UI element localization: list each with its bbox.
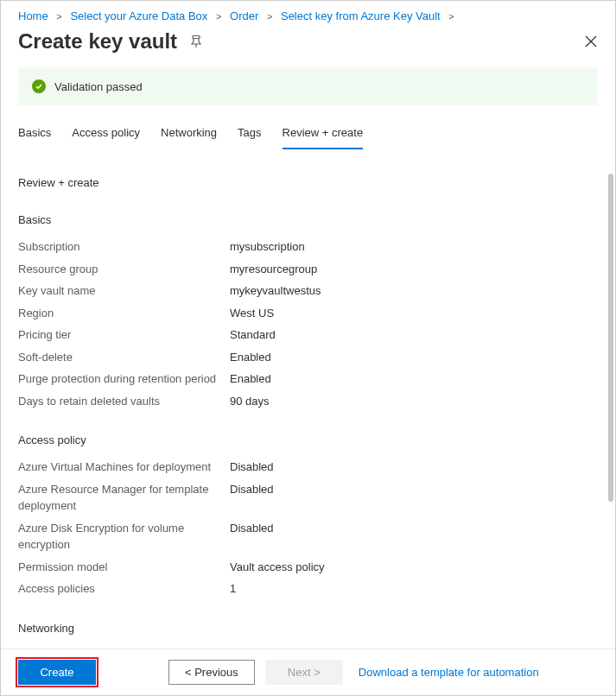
tab-access-policy[interactable]: Access policy xyxy=(72,121,140,149)
value-arm-template: Disabled xyxy=(230,481,274,515)
breadcrumb: Home > Select your Azure Data Box > Orde… xyxy=(1,1,615,26)
chevron-right-icon: > xyxy=(448,11,454,22)
breadcrumb-home[interactable]: Home xyxy=(18,9,48,22)
value-purge-protection: Enabled xyxy=(230,370,271,388)
chevron-right-icon: > xyxy=(267,11,272,22)
value-access-policies: 1 xyxy=(230,580,236,598)
chevron-right-icon: > xyxy=(216,11,221,22)
label-resource-group: Resource group xyxy=(18,261,230,278)
close-icon[interactable] xyxy=(584,35,598,48)
label-arm-template: Azure Resource Manager for template depl… xyxy=(18,481,230,515)
value-subscription: mysubscription xyxy=(230,238,305,256)
chevron-right-icon: > xyxy=(56,11,61,22)
label-key-vault-name: Key vault name xyxy=(18,282,230,300)
value-resource-group: myresourcegroup xyxy=(230,261,317,278)
label-access-policies: Access policies xyxy=(18,580,230,598)
breadcrumb-databox[interactable]: Select your Azure Data Box xyxy=(70,9,207,22)
value-region: West US xyxy=(230,305,274,322)
breadcrumb-select-key[interactable]: Select key from Azure Key Vault xyxy=(281,9,441,22)
tab-tags[interactable]: Tags xyxy=(238,121,261,149)
value-retain-days: 90 days xyxy=(230,393,270,410)
section-basics-title: Basics xyxy=(18,213,598,226)
download-template-link[interactable]: Download a template for automation xyxy=(359,666,539,679)
check-circle-icon xyxy=(32,79,46,93)
label-subscription: Subscription xyxy=(18,238,230,256)
validation-banner: Validation passed xyxy=(18,67,598,105)
label-disk-encryption: Azure Disk Encryption for volume encrypt… xyxy=(18,520,230,554)
label-purge-protection: Purge protection during retention period xyxy=(18,370,230,388)
value-disk-encryption: Disabled xyxy=(230,520,274,554)
label-region: Region xyxy=(18,305,230,322)
tab-networking[interactable]: Networking xyxy=(161,121,217,149)
svg-rect-0 xyxy=(193,36,200,39)
next-button: Next > xyxy=(265,660,343,685)
section-access-policy-title: Access policy xyxy=(18,433,598,446)
page-header: Create key vault xyxy=(1,26,615,67)
tab-basics[interactable]: Basics xyxy=(18,121,51,149)
value-pricing-tier: Standard xyxy=(230,326,276,344)
content-area: Review + create Basics Subscriptionmysub… xyxy=(1,176,615,663)
label-soft-delete: Soft-delete xyxy=(18,349,230,366)
label-retain-days: Days to retain deleted vaults xyxy=(18,393,230,410)
value-key-vault-name: mykeyvaultwestus xyxy=(230,282,321,300)
create-button[interactable]: Create xyxy=(18,660,96,685)
content-heading: Review + create xyxy=(18,176,598,189)
section-networking-title: Networking xyxy=(18,622,598,635)
pin-icon[interactable] xyxy=(189,35,203,48)
label-pricing-tier: Pricing tier xyxy=(18,326,230,344)
label-permission-model: Permission model xyxy=(18,559,230,576)
breadcrumb-order[interactable]: Order xyxy=(230,9,258,22)
value-soft-delete: Enabled xyxy=(230,349,271,366)
validation-message: Validation passed xyxy=(54,80,143,93)
value-avm-deployment: Disabled xyxy=(230,459,274,476)
page-title: Create key vault xyxy=(18,29,177,54)
scrollbar[interactable] xyxy=(608,174,613,502)
value-permission-model: Vault access policy xyxy=(230,559,325,576)
tabs: Basics Access policy Networking Tags Rev… xyxy=(1,121,615,150)
footer-bar: Create < Previous Next > Download a temp… xyxy=(1,649,615,695)
previous-button[interactable]: < Previous xyxy=(168,660,255,685)
tab-review-create[interactable]: Review + create xyxy=(283,121,364,149)
label-avm-deployment: Azure Virtual Machines for deployment xyxy=(18,459,230,476)
